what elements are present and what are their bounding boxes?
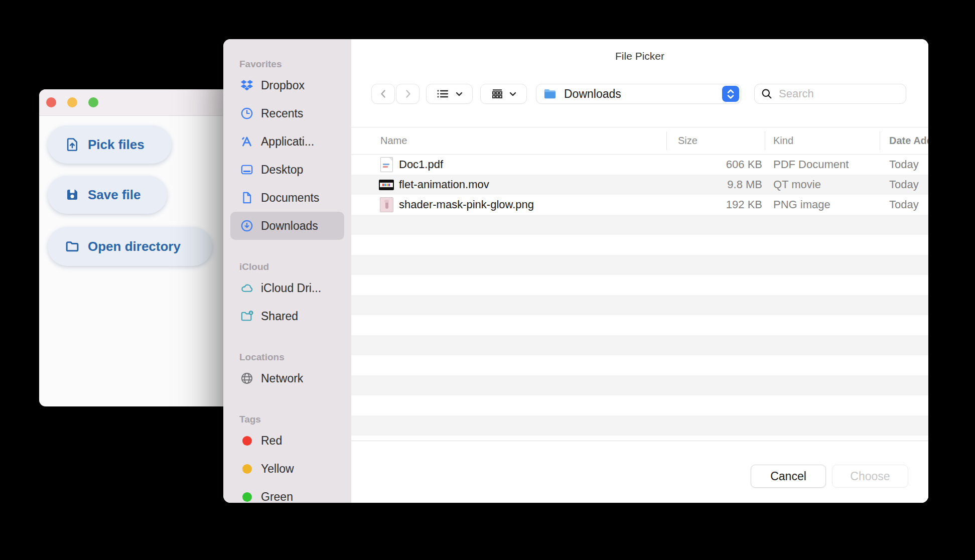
- file-list: Doc1.pdf 606 KB PDF Document Today: [351, 155, 928, 441]
- file-kind: PNG image: [773, 195, 830, 215]
- downloads-icon: [239, 218, 254, 233]
- file-size: 192 KB: [666, 195, 762, 215]
- table-row-empty: [351, 415, 928, 436]
- table-row-empty: [351, 436, 928, 441]
- column-header-size[interactable]: Size: [678, 127, 698, 154]
- pick-files-label: Pick files: [88, 137, 163, 153]
- table-row-empty: [351, 395, 928, 415]
- file-kind: PDF Document: [773, 155, 849, 175]
- file-picker-dialog: Favorites Dropbox Recents: [223, 39, 928, 503]
- file-name: Doc1.pdf: [399, 155, 443, 175]
- table-row-doc1-pdf[interactable]: Doc1.pdf 606 KB PDF Document Today: [351, 155, 928, 175]
- flet-app-window: Pick files Save file Open directory: [39, 89, 232, 406]
- document-icon: [239, 190, 254, 205]
- sidebar-section-icloud: iCloud iCloud Dri...: [230, 260, 344, 330]
- file-upload-icon: [65, 137, 80, 152]
- table-row-empty: [351, 295, 928, 315]
- sidebar-item-label: Red: [261, 434, 282, 448]
- yellow-tag-icon: [239, 461, 254, 476]
- table-header: Name Size Kind Date Added: [351, 127, 928, 155]
- table-row-shader-mask-pink-glow-png[interactable]: shader-mask-pink-glow.png 192 KB PNG ima…: [351, 195, 928, 215]
- search-input[interactable]: [778, 87, 890, 101]
- current-folder-label: Downloads: [564, 87, 621, 101]
- pick-files-button[interactable]: Pick files: [48, 125, 172, 164]
- minimize-window-button[interactable]: [67, 97, 77, 107]
- current-folder-dropdown[interactable]: Downloads: [536, 84, 741, 104]
- sidebar-item-documents[interactable]: Documents: [230, 184, 344, 212]
- sidebar-item-label: Desktop: [261, 163, 303, 177]
- red-tag-icon: [239, 433, 254, 448]
- sidebar-item-tag-green[interactable]: Green: [230, 483, 344, 503]
- finder-sidebar: Favorites Dropbox Recents: [223, 39, 351, 503]
- blue-folder-icon: [543, 87, 557, 100]
- app-store-icon: [239, 134, 254, 149]
- group-view-button[interactable]: [480, 84, 527, 104]
- save-file-button[interactable]: Save file: [48, 176, 167, 214]
- table-row-empty: [351, 375, 928, 395]
- sidebar-item-recents[interactable]: Recents: [230, 99, 344, 127]
- sidebar-item-downloads[interactable]: Downloads: [230, 212, 344, 240]
- table-row-flet-animation-mov[interactable]: flet-animation.mov 9.8 MB QT movie Today: [351, 175, 928, 195]
- sidebar-item-desktop[interactable]: Desktop: [230, 156, 344, 184]
- column-divider: [666, 131, 667, 150]
- dialog-footer: Cancel Choose: [351, 441, 928, 503]
- movie-file-icon: [379, 175, 394, 195]
- section-header: Favorites: [230, 57, 344, 71]
- list-view-button[interactable]: [426, 84, 473, 104]
- sidebar-item-label: Shared: [261, 310, 298, 323]
- cancel-button[interactable]: Cancel: [751, 465, 826, 488]
- zoom-window-button[interactable]: [88, 97, 98, 107]
- pdf-file-icon: [379, 155, 394, 175]
- sidebar-item-shared[interactable]: Shared: [230, 302, 344, 330]
- dialog-title: File Picker: [351, 50, 928, 62]
- section-header: Locations: [230, 350, 344, 364]
- chevron-down-icon: [455, 90, 463, 98]
- table-row-empty: [351, 215, 928, 235]
- file-name: shader-mask-pink-glow.png: [399, 195, 534, 215]
- section-header: Tags: [230, 412, 344, 427]
- save-floppy-icon: [65, 187, 80, 202]
- sidebar-item-label: Downloads: [261, 219, 318, 233]
- file-name: flet-animation.mov: [399, 175, 489, 195]
- table-row-empty: [351, 275, 928, 295]
- chevron-down-icon: [509, 90, 517, 98]
- sidebar-item-label: Green: [261, 490, 293, 503]
- sidebar-section-favorites: Favorites Dropbox Recents: [230, 57, 344, 240]
- green-tag-icon: [239, 489, 254, 503]
- back-button[interactable]: [371, 84, 395, 104]
- sidebar-item-dropbox[interactable]: Dropbox: [230, 71, 344, 99]
- file-date-added: Today: [889, 195, 928, 215]
- sidebar-item-tag-yellow[interactable]: Yellow: [230, 455, 344, 483]
- column-header-date-added[interactable]: Date Added: [889, 127, 928, 154]
- window-traffic-lights: [46, 97, 98, 107]
- file-date-added: Today: [889, 175, 928, 195]
- folder-icon: [65, 239, 80, 254]
- clock-icon: [239, 106, 254, 121]
- sidebar-item-applications[interactable]: Applicati...: [230, 127, 344, 156]
- dropbox-icon: [239, 78, 254, 93]
- sidebar-item-label: Dropbox: [261, 79, 305, 92]
- open-directory-button[interactable]: Open directory: [48, 227, 212, 266]
- file-size: 9.8 MB: [666, 175, 762, 195]
- close-window-button[interactable]: [46, 97, 56, 107]
- sidebar-item-tag-red[interactable]: Red: [230, 427, 344, 455]
- network-globe-icon: [239, 371, 254, 386]
- sidebar-item-label: Documents: [261, 191, 319, 205]
- sidebar-item-network[interactable]: Network: [230, 364, 344, 392]
- sidebar-item-icloud-drive[interactable]: iCloud Dri...: [230, 274, 344, 302]
- file-picker-main-pane: File Picker: [351, 39, 928, 503]
- group-view-icon: [491, 88, 504, 100]
- file-date-added: Today: [889, 155, 928, 175]
- choose-button[interactable]: Choose: [832, 465, 908, 488]
- app-titlebar[interactable]: [39, 89, 232, 116]
- column-header-kind[interactable]: Kind: [773, 127, 793, 154]
- cloud-icon: [239, 281, 254, 296]
- table-row-empty: [351, 355, 928, 375]
- sidebar-section-locations: Locations Network: [230, 350, 344, 392]
- forward-button[interactable]: [396, 84, 420, 104]
- column-header-name[interactable]: Name: [380, 127, 407, 154]
- folder-stepper-control[interactable]: [722, 86, 739, 102]
- search-field[interactable]: [754, 84, 906, 104]
- list-view-icon: [436, 88, 449, 100]
- png-file-icon: [379, 195, 394, 215]
